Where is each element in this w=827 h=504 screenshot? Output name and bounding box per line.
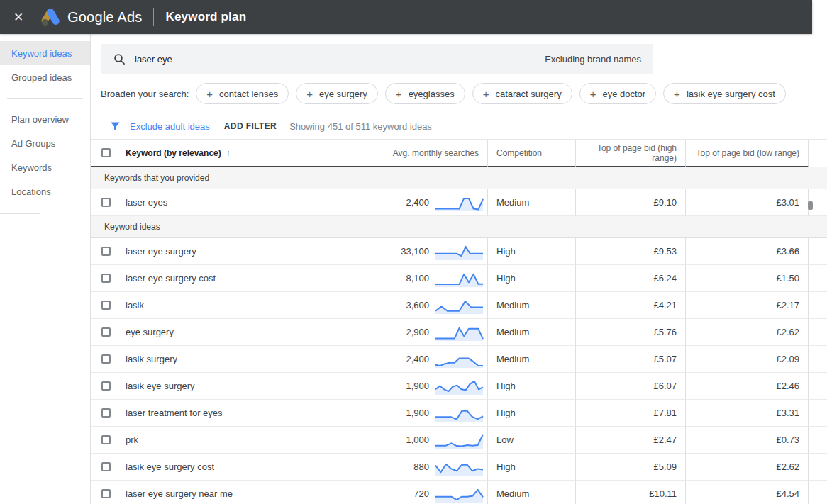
trend-sparkline xyxy=(434,350,484,369)
chip-label: eye doctor xyxy=(602,89,645,99)
topbar: ✕ Google Ads Keyword plan xyxy=(0,0,812,34)
keyword-label: lasik eye surgery cost xyxy=(126,461,214,472)
filter-bar: Exclude adult ideas ADD FILTER Showing 4… xyxy=(91,113,827,140)
searches-value: 880 xyxy=(414,461,429,472)
broaden-chip-cataract-surgery[interactable]: +cataract surgery xyxy=(472,83,572,104)
exclude-adult-ideas-link[interactable]: Exclude adult ideas xyxy=(130,121,210,132)
bid-low-cell: £3.31 xyxy=(686,400,809,427)
keyword-header-cell[interactable]: Keyword (by relevance) ↑ xyxy=(91,140,326,167)
row-checkbox[interactable] xyxy=(101,301,111,310)
row-checkbox[interactable] xyxy=(101,408,111,418)
bid-high-cell: £5.07 xyxy=(576,346,686,373)
main-content: laser eye Excluding brand names Broaden … xyxy=(91,34,827,504)
page-title: Keyword plan xyxy=(165,10,246,24)
trend-sparkline xyxy=(434,296,484,315)
searches-cell: 880 xyxy=(326,454,488,481)
keyword-cell: lasik eye surgery cost xyxy=(91,454,326,481)
bid-high-cell: £9.10 xyxy=(576,189,686,216)
trend-sparkline xyxy=(434,431,484,449)
searches-cell: 720 xyxy=(326,481,488,504)
row-spacer xyxy=(809,319,827,346)
sidebar-bottom-divider xyxy=(0,213,40,214)
plus-icon: + xyxy=(396,89,402,99)
searches-value: 2,400 xyxy=(406,197,429,208)
sidebar-item-ad-groups[interactable]: Ad Groups xyxy=(0,131,90,155)
trend-sparkline xyxy=(434,269,484,288)
keyword-cell: prk xyxy=(91,427,326,454)
row-checkbox[interactable] xyxy=(101,354,111,364)
searches-value: 33,100 xyxy=(401,246,429,257)
bid-low-cell: £2.46 xyxy=(686,373,809,400)
sidebar-item-locations[interactable]: Locations xyxy=(0,179,90,203)
search-input[interactable]: laser eye Excluding brand names xyxy=(101,44,653,74)
searches-cell: 2,900 xyxy=(326,319,488,346)
row-checkbox[interactable] xyxy=(101,327,111,337)
competition-cell: Medium xyxy=(488,319,576,346)
column-spacer xyxy=(809,140,827,167)
row-spacer xyxy=(809,292,827,319)
row-spacer xyxy=(809,481,827,504)
table-row: laser eye surgery near me720Medium£10.11… xyxy=(91,481,827,504)
row-spacer xyxy=(809,238,827,265)
sidebar-item-keyword-ideas[interactable]: Keyword ideas xyxy=(0,41,90,65)
competition-cell: High xyxy=(488,454,576,481)
bid-low-cell: £3.01 xyxy=(686,189,809,216)
column-avg-monthly-searches[interactable]: Avg. monthly searches xyxy=(326,140,488,167)
searches-value: 2,900 xyxy=(406,327,429,337)
competition-cell: High xyxy=(488,265,576,292)
close-icon[interactable]: ✕ xyxy=(9,7,28,27)
add-filter-button[interactable]: ADD FILTER xyxy=(224,121,277,131)
bid-high-cell: £6.07 xyxy=(576,373,686,400)
column-competition[interactable]: Competition xyxy=(488,140,576,167)
section-header-keyword-ideas: Keyword ideas xyxy=(91,216,827,238)
keyword-label: laser eyes xyxy=(126,197,167,208)
chip-label: eye surgery xyxy=(319,89,367,99)
broaden-chip-eye-surgery[interactable]: +eye surgery xyxy=(296,83,378,104)
row-checkbox[interactable] xyxy=(101,274,111,283)
table-row: laser eyes2,400Medium£9.10£3.01 xyxy=(91,189,827,216)
trend-sparkline xyxy=(434,194,484,212)
broaden-chip-eyeglasses[interactable]: +eyeglasses xyxy=(385,83,465,104)
row-checkbox[interactable] xyxy=(101,489,111,498)
sidebar-item-grouped-ideas[interactable]: Grouped ideas xyxy=(0,65,90,89)
broaden-chip-lasik-eye-surgery-cost[interactable]: +lasik eye surgery cost xyxy=(663,83,786,104)
keyword-cell: lasik eye surgery xyxy=(91,373,326,400)
keyword-label: eye surgery xyxy=(126,327,174,337)
table-row: laser treatment for eyes1,900High£7.81£3… xyxy=(91,400,827,427)
column-top-bid-low[interactable]: Top of page bid (low range) xyxy=(686,140,809,167)
row-spacer xyxy=(809,373,827,400)
row-checkbox[interactable] xyxy=(101,381,111,391)
keyword-cell: eye surgery xyxy=(91,319,326,346)
searches-value: 1,900 xyxy=(406,408,429,418)
sidebar-item-keywords[interactable]: Keywords xyxy=(0,155,90,179)
bid-high-cell: £9.53 xyxy=(576,238,686,265)
trend-sparkline xyxy=(434,458,484,476)
row-checkbox[interactable] xyxy=(101,435,111,444)
bid-low-cell: £4.54 xyxy=(686,481,809,504)
keyword-plan-screen: ✕ Google Ads Keyword plan Keyword ideasG… xyxy=(0,0,827,504)
row-spacer xyxy=(809,454,827,481)
searches-value: 2,400 xyxy=(406,354,429,364)
section-header-keywords-that-you-provided: Keywords that you provided xyxy=(91,167,827,189)
sidebar-item-plan-overview[interactable]: Plan overview xyxy=(0,107,90,131)
bid-high-cell: £6.24 xyxy=(576,265,686,292)
row-spacer xyxy=(809,346,827,373)
bid-low-cell: £3.66 xyxy=(686,238,809,265)
row-checkbox[interactable] xyxy=(101,462,111,471)
row-spacer xyxy=(809,265,827,292)
broaden-chip-eye-doctor[interactable]: +eye doctor xyxy=(579,83,656,104)
row-checkbox[interactable] xyxy=(101,247,111,256)
broaden-chip-contact-lenses[interactable]: +contact lenses xyxy=(196,83,289,104)
scrollbar-thumb[interactable] xyxy=(808,201,813,210)
bid-low-cell: £1.50 xyxy=(686,265,809,292)
table-row: prk1,000Low£2.47£0.73 xyxy=(91,427,827,454)
row-checkbox[interactable] xyxy=(101,198,111,207)
bid-low-cell: £2.62 xyxy=(686,319,809,346)
searches-value: 3,600 xyxy=(406,300,429,310)
column-top-bid-high[interactable]: Top of page bid (high range) xyxy=(576,140,686,167)
bid-low-cell: £2.09 xyxy=(686,346,809,373)
excluding-brand-names-label[interactable]: Excluding brand names xyxy=(545,54,641,65)
plus-icon: + xyxy=(306,89,313,99)
select-all-checkbox[interactable] xyxy=(101,148,111,157)
keyword-cell: lasik xyxy=(91,292,326,319)
